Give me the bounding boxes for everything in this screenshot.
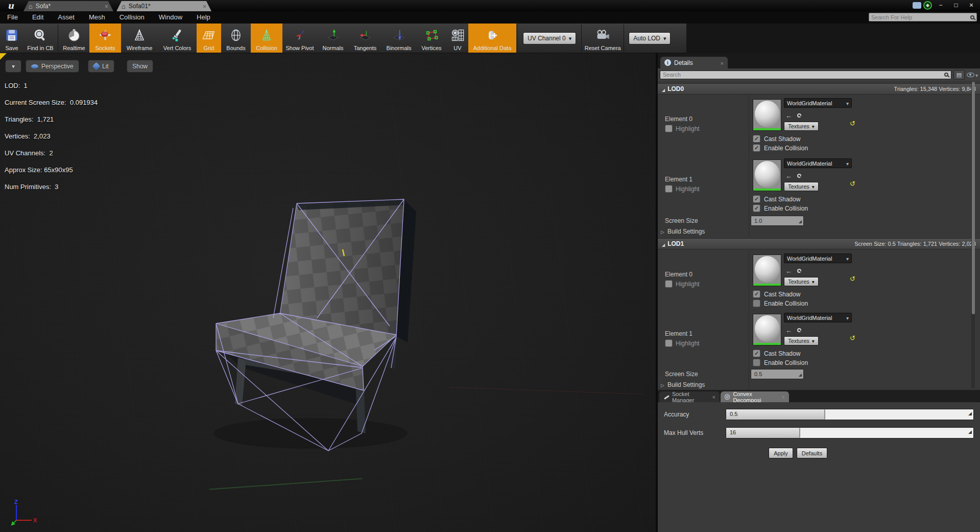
material-dropdown[interactable]: WorldGridMaterial bbox=[784, 253, 852, 263]
material-dropdown[interactable]: WorldGridMaterial bbox=[784, 98, 852, 108]
screen-size-field[interactable]: 0.5 bbox=[751, 369, 804, 379]
highlight-checkbox[interactable] bbox=[665, 185, 673, 193]
cast-shadow-checkbox[interactable] bbox=[753, 350, 760, 357]
textures-dropdown[interactable]: Textures bbox=[784, 277, 819, 286]
reset-to-default-icon[interactable] bbox=[850, 180, 855, 188]
show-pivot-button[interactable]: Show Pivot bbox=[282, 24, 317, 53]
normals-button[interactable]: Normals bbox=[317, 24, 349, 53]
menu-mesh[interactable]: Mesh bbox=[82, 11, 112, 24]
vertices-button[interactable]: Vertices bbox=[416, 24, 447, 53]
restore-button[interactable]: □ bbox=[949, 1, 963, 10]
menu-asset[interactable]: Asset bbox=[51, 11, 82, 24]
browse-icon[interactable] bbox=[797, 174, 801, 178]
use-selected-icon[interactable] bbox=[785, 326, 792, 335]
material-thumbnail[interactable] bbox=[753, 99, 781, 131]
bounds-button[interactable]: Bounds bbox=[221, 24, 251, 53]
collision-button[interactable]: Collision bbox=[251, 24, 282, 53]
details-search-input[interactable] bbox=[663, 72, 944, 78]
find-in-cb-button[interactable]: Find in CB bbox=[23, 24, 57, 53]
lod0-build-settings[interactable]: Build Settings bbox=[661, 228, 705, 235]
close-button[interactable]: × bbox=[965, 1, 978, 10]
viewport-options-dropdown[interactable] bbox=[5, 60, 21, 73]
reset-to-default-icon[interactable] bbox=[850, 120, 855, 127]
show-button[interactable]: Show bbox=[127, 60, 153, 73]
highlight-checkbox[interactable] bbox=[665, 125, 673, 132]
tangents-button[interactable]: Tangents bbox=[349, 24, 381, 53]
doc-tab-sofa[interactable]: Sofa* bbox=[23, 1, 113, 11]
close-icon[interactable] bbox=[721, 58, 724, 67]
enable-collision-checkbox[interactable] bbox=[753, 144, 760, 152]
highlight-checkbox[interactable] bbox=[665, 339, 673, 347]
accuracy-slider[interactable]: 0.5 bbox=[726, 409, 974, 420]
material-dropdown[interactable]: WorldGridMaterial bbox=[784, 313, 852, 322]
minimize-button[interactable]: − bbox=[934, 1, 947, 10]
use-selected-icon[interactable] bbox=[785, 111, 792, 120]
textures-dropdown[interactable]: Textures bbox=[784, 336, 819, 345]
textures-dropdown[interactable]: Textures bbox=[784, 122, 819, 131]
browse-icon[interactable] bbox=[797, 328, 801, 332]
3d-viewport[interactable]: Perspective Lit Show LOD: 1 Current Scre… bbox=[0, 53, 656, 532]
marketplace-icon[interactable] bbox=[923, 1, 932, 10]
menu-collision[interactable]: Collision bbox=[112, 11, 152, 24]
vert-colors-button[interactable]: Vert Colors bbox=[158, 24, 197, 53]
material-thumbnail[interactable] bbox=[753, 159, 781, 191]
defaults-button[interactable]: Defaults bbox=[797, 448, 827, 458]
additional-data-button[interactable]: Additional Data bbox=[468, 24, 516, 53]
perspective-button[interactable]: Perspective bbox=[26, 60, 79, 73]
tab-convex-decomposition[interactable]: Convex Decomposi bbox=[721, 391, 789, 402]
apply-button[interactable]: Apply bbox=[769, 448, 793, 458]
material-thumbnail[interactable] bbox=[753, 255, 781, 286]
save-button[interactable]: Save bbox=[0, 24, 23, 53]
lod0-element1: Element 1 Highlight WorldGridMaterial Te… bbox=[658, 157, 974, 218]
lod1-header[interactable]: LOD1 Screen Size: 0.5 Triangles: 1,721 V… bbox=[658, 238, 980, 249]
lit-mode-button[interactable]: Lit bbox=[88, 60, 114, 73]
close-icon[interactable] bbox=[782, 394, 785, 400]
use-selected-icon[interactable] bbox=[785, 171, 792, 180]
details-scrollbar[interactable] bbox=[971, 82, 975, 388]
menu-window[interactable]: Window bbox=[152, 11, 189, 24]
close-icon[interactable] bbox=[712, 394, 715, 400]
reset-camera-button[interactable]: Reset Camera bbox=[582, 24, 623, 53]
binormals-button[interactable]: Binormals bbox=[381, 24, 416, 53]
close-tab-icon[interactable] bbox=[203, 2, 206, 11]
feedback-icon[interactable] bbox=[913, 2, 921, 9]
max-hull-verts-slider[interactable]: 16 bbox=[726, 427, 974, 438]
details-search-box[interactable] bbox=[660, 71, 951, 79]
menu-edit[interactable]: Edit bbox=[25, 11, 51, 24]
highlight-checkbox[interactable] bbox=[665, 280, 673, 288]
uv-button[interactable]: UV bbox=[447, 24, 468, 53]
menu-help[interactable]: Help bbox=[189, 11, 218, 24]
lod1-build-settings[interactable]: Build Settings bbox=[661, 381, 705, 388]
close-tab-icon[interactable] bbox=[105, 2, 108, 11]
lod0-header[interactable]: LOD0 Triangles: 15,348 Vertices: 9,843 bbox=[658, 83, 980, 95]
wireframe-button[interactable]: Wireframe bbox=[121, 24, 158, 53]
cast-shadow-checkbox[interactable] bbox=[753, 290, 760, 298]
help-search-box[interactable] bbox=[869, 13, 977, 21]
browse-icon[interactable] bbox=[797, 269, 801, 273]
realtime-button[interactable]: Realtime bbox=[59, 24, 89, 53]
material-thumbnail[interactable] bbox=[753, 314, 781, 345]
sockets-button[interactable]: Sockets bbox=[89, 24, 121, 53]
doc-tab-sofa01[interactable]: Sofa01* bbox=[116, 1, 211, 11]
grid-button[interactable]: Grid bbox=[197, 24, 221, 53]
enable-collision-checkbox[interactable] bbox=[753, 299, 760, 307]
textures-dropdown[interactable]: Textures bbox=[784, 182, 819, 191]
tab-socket-manager[interactable]: Socket Manager bbox=[659, 391, 720, 402]
view-options-button[interactable] bbox=[967, 70, 978, 79]
auto-lod-dropdown[interactable]: Auto LOD bbox=[629, 32, 671, 44]
screen-size-field[interactable]: 1.0 bbox=[751, 216, 804, 226]
cast-shadow-checkbox[interactable] bbox=[753, 195, 760, 203]
reset-to-default-icon[interactable] bbox=[850, 275, 855, 283]
help-search-input[interactable] bbox=[871, 14, 970, 20]
use-selected-icon[interactable] bbox=[785, 266, 792, 275]
menu-file[interactable]: File bbox=[0, 11, 25, 24]
uv-channel-dropdown[interactable]: UV Channel 0 bbox=[523, 32, 576, 44]
enable-collision-checkbox[interactable] bbox=[753, 359, 760, 366]
tab-details[interactable]: Details bbox=[660, 57, 728, 68]
browse-icon[interactable] bbox=[797, 113, 801, 118]
reset-to-default-icon[interactable] bbox=[850, 334, 855, 342]
enable-collision-checkbox[interactable] bbox=[753, 204, 760, 212]
material-dropdown[interactable]: WorldGridMaterial bbox=[784, 158, 852, 168]
cast-shadow-checkbox[interactable] bbox=[753, 135, 760, 143]
property-matrix-button[interactable] bbox=[953, 70, 965, 80]
